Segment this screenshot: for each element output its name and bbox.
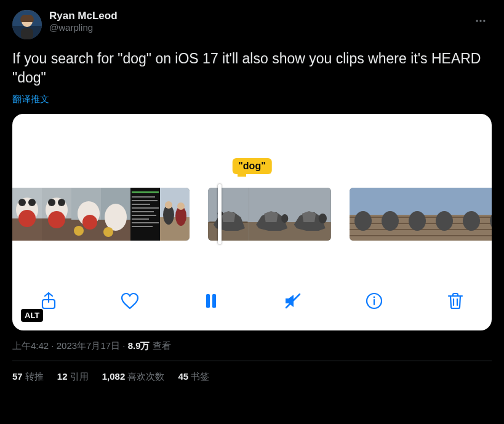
svg-point-67 [382,211,399,231]
video-frame [42,188,71,241]
tweet: Ryan McLeod @warpling If you search for … [0,0,504,383]
svg-point-17 [48,199,55,206]
svg-point-23 [74,226,84,236]
video-frame [71,188,101,241]
info-button[interactable] [360,287,388,315]
svg-point-81 [436,211,453,231]
likes-stat[interactable]: 1,082 喜欢次数 [102,371,165,383]
translate-link[interactable]: 翻译推文 [12,94,49,105]
svg-point-22 [82,215,97,230]
engagement-stats: 57 转推 12 引用 1,082 喜欢次数 45 书签 [12,361,492,383]
svg-rect-3 [21,28,33,39]
tweet-header: Ryan McLeod @warpling [12,10,492,39]
bookmarks-stat[interactable]: 45 书签 [178,371,209,383]
pause-icon [201,291,221,311]
video-frame [249,188,290,241]
svg-point-60 [354,211,372,231]
meta-separator [120,340,128,351]
svg-point-27 [103,227,113,237]
retweets-count: 57 [12,371,23,382]
svg-rect-35 [132,215,156,216]
video-frame [377,188,404,241]
likes-count: 1,082 [102,371,126,382]
video-frame [485,188,492,241]
quotes-label: 引用 [70,371,89,382]
clip-group[interactable] [208,188,331,241]
svg-rect-28 [130,188,160,241]
svg-rect-61 [377,188,404,215]
delete-button[interactable] [441,287,470,315]
video-frame [431,188,458,241]
clip-group[interactable] [12,188,190,241]
tweet-date: 2023年7月17日 [57,340,120,351]
svg-rect-30 [132,196,155,198]
play-pause-button[interactable] [197,287,225,315]
tweet-meta[interactable]: 上午4:422023年7月17日8.9万 查看 [12,340,492,352]
avatar[interactable] [12,10,42,39]
media-toolbar [12,282,492,319]
views-count: 8.9万 [128,340,150,351]
video-frame [101,188,130,241]
video-frame [160,188,190,241]
heart-icon [120,291,140,311]
svg-point-12 [28,199,36,206]
svg-point-5 [479,20,481,22]
share-icon [39,291,58,311]
views-label: 查看 [153,340,171,351]
clip-gap [190,188,208,241]
playhead[interactable] [218,184,222,244]
tweet-time: 上午4:42 [12,340,49,351]
tweet-text: If you search for "dog" on iOS 17 it'll … [12,49,492,87]
more-options-button[interactable] [470,10,492,32]
svg-point-50 [281,214,288,223]
video-frame [12,188,42,241]
clip-group[interactable] [350,188,492,241]
mute-button[interactable] [279,287,307,315]
svg-rect-98 [212,294,216,308]
svg-point-53 [319,214,327,223]
svg-rect-68 [404,188,431,215]
video-timeline[interactable]: "dog" [12,178,492,247]
profile-row[interactable]: Ryan McLeod @warpling [12,10,118,39]
svg-rect-36 [132,218,149,220]
video-frame [208,188,249,241]
svg-point-6 [483,20,485,22]
author-name-column: Ryan McLeod @warpling [49,10,118,33]
svg-point-10 [18,210,36,227]
search-term-badge: "dog" [232,158,272,174]
svg-point-4 [476,20,478,22]
video-frame [350,188,377,241]
svg-point-101 [373,297,375,298]
svg-rect-29 [132,191,159,193]
svg-rect-97 [206,294,210,308]
meta-separator [49,340,57,351]
svg-point-44 [177,202,185,210]
thumbnail-strip[interactable] [12,188,492,241]
retweets-stat[interactable]: 57 转推 [12,371,44,383]
svg-rect-38 [132,226,153,227]
video-frame [130,188,160,241]
bookmarks-count: 45 [178,371,188,382]
video-frame [458,188,485,241]
svg-rect-37 [132,222,159,223]
search-term-marker [238,174,246,177]
quotes-count: 12 [57,371,68,382]
info-icon [364,291,384,311]
svg-point-11 [18,199,26,206]
media-card[interactable]: "dog" [12,114,492,330]
video-frame [404,188,431,241]
svg-point-42 [165,201,172,209]
alt-badge[interactable]: ALT [21,309,43,322]
quotes-stat[interactable]: 12 引用 [57,371,89,383]
svg-rect-32 [132,204,150,205]
author-handle[interactable]: @warpling [49,22,118,33]
svg-point-88 [463,211,480,231]
svg-point-74 [409,211,426,231]
svg-point-16 [48,211,65,228]
like-button[interactable] [116,287,144,315]
author-display-name[interactable]: Ryan McLeod [49,10,118,22]
bookmarks-label: 书签 [191,371,209,382]
svg-rect-75 [431,188,458,215]
ellipsis-icon [474,15,487,27]
svg-point-26 [105,204,127,231]
